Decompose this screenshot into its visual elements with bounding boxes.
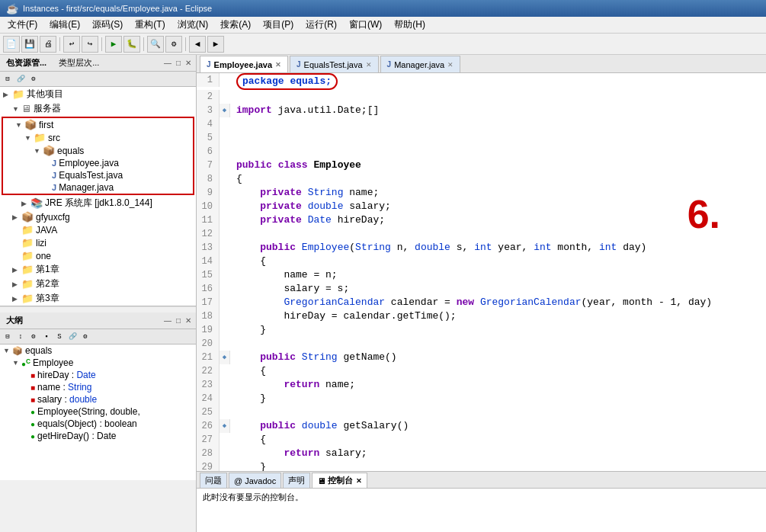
package-tree[interactable]: ▶ 📁 其他项目 ▼ 🖥 服务器 ▼ 📦 f (0, 87, 196, 306)
code-line-7: 7 public class Employee (197, 159, 766, 172)
outline-sort[interactable]: ↕ (14, 331, 27, 343)
outline-item-employee-class[interactable]: ▼ ●C Employee (0, 357, 196, 369)
tab-manager-java[interactable]: J Manager.java ✕ (380, 56, 461, 72)
tree-item-java[interactable]: 📁 JAVA (0, 223, 196, 236)
outline-item-constructor[interactable]: ● Employee(String, double, (0, 405, 196, 418)
outline-item-gethireday[interactable]: ● getHireDay() : Date (0, 430, 196, 442)
equalstest-tab-close[interactable]: ✕ (366, 61, 372, 69)
panel-controls: — □ ✕ (162, 59, 193, 67)
tree-item-jre[interactable]: ▶ 📚 JRE 系统库 [jdk1.8.0_144] (0, 196, 196, 210)
tab-problems[interactable]: 问题 (200, 473, 227, 488)
link-editor-button[interactable]: 🔗 (14, 73, 27, 85)
outline-gethireday-label: getHireDay() : Date (37, 431, 116, 441)
menu-edit[interactable]: 编辑(E) (45, 18, 85, 32)
tree-item-src[interactable]: ▼ 📁 src (3, 131, 193, 144)
menu-help[interactable]: 帮助(H) (389, 18, 430, 32)
tree-item-gfyuxcfg[interactable]: ▶ 📦 gfyuxcfg (0, 210, 196, 223)
outline-item-equals-method[interactable]: ● equals(Object) : boolean (0, 418, 196, 430)
outline-tree[interactable]: ▼ 📦 equals ▼ ●C Employee ■ hireDay : Dat… (0, 345, 196, 480)
tree-item-employee-java[interactable]: J Employee.java (3, 157, 193, 169)
menu-refactor[interactable]: 重构(T) (130, 18, 169, 32)
code-line-3: 3 ◆ import java.util.Date;[] (197, 104, 766, 117)
outline-hide-fields[interactable]: ▪ (40, 331, 53, 343)
tab-outline[interactable]: 大纲 (3, 314, 26, 327)
menu-navigate[interactable]: 浏览(N) (173, 18, 213, 32)
outline-item-hireday[interactable]: ■ hireDay : Date (0, 369, 196, 381)
tree-item-ch3[interactable]: ▶ 📁 第3章 (0, 291, 196, 306)
outline-item-name[interactable]: ■ name : String (0, 381, 196, 393)
menu-file[interactable]: 文件(F) (3, 18, 42, 32)
outline-collapse[interactable]: ⊟ (2, 331, 14, 343)
code-line-25: 25 (197, 405, 766, 419)
tree-item-one[interactable]: 📁 one (0, 249, 196, 262)
tree-item-first[interactable]: ▼ 📦 first (3, 118, 193, 131)
code-line-4: 4 (197, 117, 766, 131)
print-button[interactable]: 🖨 (40, 36, 56, 53)
collapse-all-button[interactable]: ⊟ (2, 73, 14, 85)
menu-project[interactable]: 项目(P) (258, 18, 298, 32)
outline-close[interactable]: ✕ (184, 316, 193, 325)
menu-source[interactable]: 源码(S) (88, 18, 127, 32)
tree-item-lizi[interactable]: 📁 lizi (0, 236, 196, 249)
tab-type-hierarchy[interactable]: 类型层次... (56, 56, 102, 69)
manager-tab-close[interactable]: ✕ (447, 61, 454, 69)
tab-console[interactable]: 🖥控制台 ✕ (312, 473, 367, 488)
outline-item-salary[interactable]: ■ salary : double (0, 393, 196, 405)
outline-link[interactable]: 🔗 (66, 331, 79, 343)
save-button[interactable]: 💾 (21, 36, 38, 53)
tab-javadoc[interactable]: @ Javadoc (229, 473, 281, 488)
title-text: Instances - first/src/equals/Employee.ja… (23, 4, 212, 13)
outline-item-equals[interactable]: ▼ 📦 equals (0, 345, 196, 357)
menu-window[interactable]: 窗口(W) (345, 18, 386, 32)
tab-package-explorer[interactable]: 包资源管... (3, 56, 50, 69)
code-editor[interactable]: 1 package equals; 2 3 ◆ import java.util… (197, 73, 766, 471)
outline-filter[interactable]: ⚙ (27, 331, 40, 343)
code-line-28: 28 return salary; (197, 447, 766, 460)
undo-button[interactable]: ↩ (63, 36, 80, 53)
code-line-20: 20 (197, 337, 766, 351)
tree-item-other-projects[interactable]: ▶ 📁 其他项目 (0, 87, 196, 101)
app-icon: ☕ (6, 3, 18, 14)
tree-item-ch2[interactable]: ▶ 📁 第2章 (0, 277, 196, 291)
code-line-5: 5 (197, 131, 766, 145)
settings-button[interactable]: ⚙ (165, 36, 182, 53)
tab-declaration[interactable]: 声明 (283, 473, 310, 488)
tree-item-equalstest-java[interactable]: J EqualsTest.java (3, 169, 193, 181)
console-tab-close[interactable]: ✕ (356, 477, 362, 485)
search-button[interactable]: 🔍 (147, 36, 164, 53)
menu-run[interactable]: 运行(R) (301, 18, 341, 32)
tree-item-equals[interactable]: ▼ 📦 equals (3, 144, 193, 157)
tree-item-manager-java[interactable]: J Manager.java (3, 181, 193, 194)
tab-equalstest-java[interactable]: J EqualsTest.java ✕ (290, 56, 379, 72)
redo-button[interactable]: ↪ (82, 36, 98, 53)
outline-minimize[interactable]: — (162, 316, 173, 325)
employee-tab-label: Employee.java (214, 60, 272, 69)
code-line-2: 2 (197, 90, 766, 104)
debug-button[interactable]: 🐛 (123, 36, 140, 53)
toolbar-sep-3 (143, 37, 144, 51)
outline-hide-static[interactable]: S (53, 331, 66, 343)
menu-bar: 文件(F) 编辑(E) 源码(S) 重构(T) 浏览(N) 搜索(A) 项目(P… (0, 17, 766, 34)
code-line-18: 18 hireDay = calendar.getTime(); (197, 309, 766, 323)
tree-scrollbar-x[interactable] (0, 306, 196, 312)
run-button[interactable]: ▶ (105, 36, 122, 53)
maximize-button[interactable]: □ (175, 59, 182, 67)
next-button[interactable]: ▶ (207, 36, 224, 53)
bottom-panel: 问题 @ Javadoc 声明 🖥控制台 ✕ 此时没有要显示的控制台。 (197, 471, 766, 532)
employee-tab-close[interactable]: ✕ (275, 61, 281, 69)
tab-employee-java[interactable]: J Employee.java ✕ (200, 56, 288, 72)
tree-panel-wrapper: ▶ 📁 其他项目 ▼ 🖥 服务器 ▼ 📦 f (0, 87, 196, 312)
equalstest-tab-icon: J (296, 60, 301, 69)
code-line-9: 9 private String name; (197, 186, 766, 200)
close-button[interactable]: ✕ (184, 59, 193, 67)
tree-settings-button[interactable]: ⚙ (27, 73, 40, 85)
prev-button[interactable]: ◀ (189, 36, 206, 53)
code-line-1: 1 package equals; (197, 73, 766, 90)
tree-item-ch1[interactable]: ▶ 📁 第1章 (0, 262, 196, 277)
outline-settings2[interactable]: ⚙ (79, 331, 91, 343)
minimize-button[interactable]: — (162, 59, 173, 67)
outline-maximize[interactable]: □ (175, 316, 182, 325)
new-button[interactable]: 📄 (3, 36, 20, 53)
menu-search[interactable]: 搜索(A) (216, 18, 255, 32)
tree-item-server[interactable]: ▼ 🖥 服务器 (0, 101, 196, 116)
